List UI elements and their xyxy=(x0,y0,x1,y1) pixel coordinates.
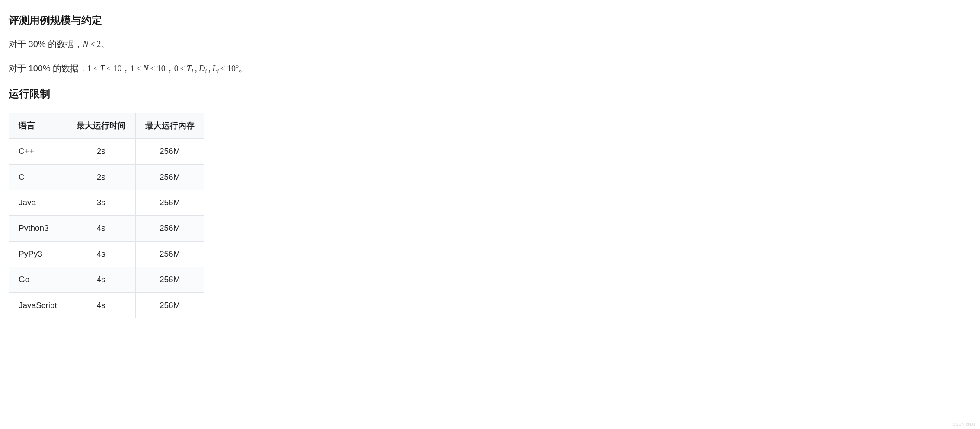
num: 0 xyxy=(174,64,179,73)
cell-mem: 256M xyxy=(135,216,204,241)
text: 对于 xyxy=(9,39,29,49)
col-mem: 最大运行内存 xyxy=(135,113,204,138)
cell-lang: C++ xyxy=(9,139,67,164)
num: 1 xyxy=(130,64,134,73)
num: 2 xyxy=(96,39,101,49)
cell-lang: Python3 xyxy=(9,216,67,241)
cell-mem: 256M xyxy=(135,164,204,190)
var: Li xyxy=(212,64,219,73)
table-row: Python3 4s 256M xyxy=(9,216,204,241)
cell-lang: C xyxy=(9,164,67,190)
cell-mem: 256M xyxy=(135,241,204,267)
text: 。 xyxy=(239,64,247,73)
cell-lang: PyPy3 xyxy=(9,241,67,267)
table-row: Go 4s 256M xyxy=(9,267,204,292)
var: Ti xyxy=(187,64,193,73)
cell-mem: 256M xyxy=(135,267,204,292)
comma: , xyxy=(207,64,212,73)
op: ≤ xyxy=(92,64,100,73)
col-lang: 语言 xyxy=(9,113,67,138)
text: ， xyxy=(121,64,130,73)
cell-lang: JavaScript xyxy=(9,292,67,318)
op: ≤ xyxy=(179,64,187,73)
cell-mem: 256M xyxy=(135,190,204,215)
cell-mem: 256M xyxy=(135,139,204,164)
percent: 30% xyxy=(29,39,46,49)
text: 。 xyxy=(101,39,109,49)
math-expr: N≤2 xyxy=(83,39,101,49)
cell-time: 2s xyxy=(67,164,135,190)
table-row: Java 3s 256M xyxy=(9,190,204,215)
num: 10 xyxy=(113,64,121,73)
cell-time: 4s xyxy=(67,241,135,267)
math-expr: 1≤T≤10 xyxy=(87,64,121,73)
var: T xyxy=(100,64,105,73)
cell-time: 4s xyxy=(67,267,135,292)
table-row: PyPy3 4s 256M xyxy=(9,241,204,267)
var: N xyxy=(143,64,148,73)
cell-time: 4s xyxy=(67,216,135,241)
text: 的数据， xyxy=(51,64,88,73)
text: 对于 xyxy=(9,64,29,73)
var: Di xyxy=(199,64,207,73)
math-expr: 1≤N≤10 xyxy=(130,64,165,73)
cell-time: 3s xyxy=(67,190,135,215)
num: 10 xyxy=(157,64,166,73)
constraint-line-100: 对于 100% 的数据，1≤T≤10，1≤N≤10，0≤Ti,Di,Li≤105… xyxy=(9,61,971,75)
cell-time: 4s xyxy=(67,292,135,318)
math-expr: 0≤Ti,Di,Li≤105 xyxy=(174,64,239,73)
table-row: JavaScript 4s 256M xyxy=(9,292,204,318)
op: ≤ xyxy=(219,64,227,73)
op: ≤ xyxy=(134,64,143,73)
cell-lang: Java xyxy=(9,190,67,215)
op: ≤ xyxy=(149,64,157,73)
table-header-row: 语言 最大运行时间 最大运行内存 xyxy=(9,113,204,138)
percent: 100% xyxy=(29,64,51,73)
section-heading-constraints: 评测用例规模与约定 xyxy=(9,12,971,29)
cell-lang: Go xyxy=(9,267,67,292)
limits-table: 语言 最大运行时间 最大运行内存 C++ 2s 256M C 2s 256M J… xyxy=(9,113,204,318)
cell-time: 2s xyxy=(67,139,135,164)
var: N xyxy=(83,39,88,49)
text: ， xyxy=(166,64,174,73)
constraint-line-30: 对于 30% 的数据，N≤2。 xyxy=(9,37,971,51)
comma: , xyxy=(193,64,199,73)
op: ≤ xyxy=(89,39,97,49)
table-row: C 2s 256M xyxy=(9,164,204,190)
table-row: C++ 2s 256M xyxy=(9,139,204,164)
op: ≤ xyxy=(105,64,113,73)
num: 105 xyxy=(227,64,239,73)
section-heading-limits: 运行限制 xyxy=(9,86,971,102)
col-time: 最大运行时间 xyxy=(67,113,135,138)
text: 的数据， xyxy=(46,39,83,49)
cell-mem: 256M xyxy=(135,292,204,318)
num: 1 xyxy=(87,64,92,73)
